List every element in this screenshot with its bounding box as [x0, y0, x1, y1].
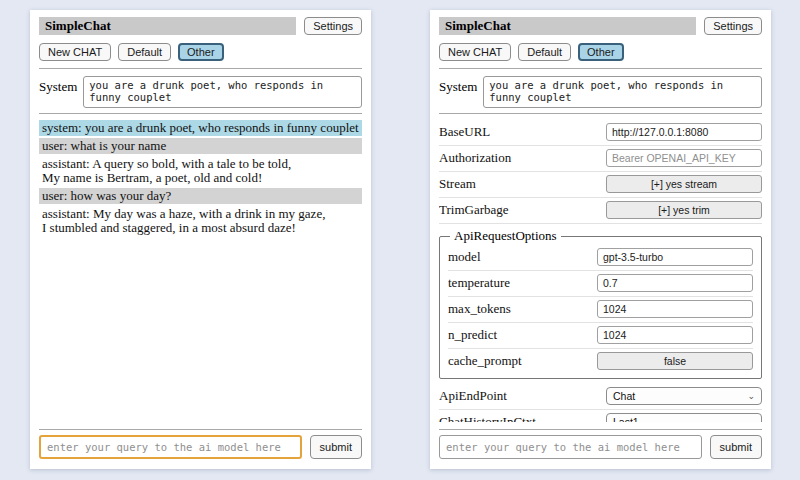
- session-button-default[interactable]: Default: [118, 43, 171, 61]
- setting-row-n-predict: n_predict: [448, 323, 753, 349]
- settings-button[interactable]: Settings: [704, 17, 762, 35]
- setting-row-model: model: [448, 245, 753, 271]
- max-tokens-input[interactable]: [597, 300, 753, 318]
- session-button-other[interactable]: Other: [178, 43, 224, 61]
- query-section: submit: [39, 422, 362, 459]
- apiendpoint-selected-value: Chat: [613, 390, 747, 402]
- temperature-input[interactable]: [597, 274, 753, 292]
- setting-label-stream: Stream: [439, 176, 606, 192]
- settings-button[interactable]: Settings: [304, 17, 362, 35]
- app-title: SimpleChat: [439, 17, 696, 35]
- divider: [439, 113, 762, 114]
- api-request-options-legend: ApiRequestOptions: [450, 228, 561, 244]
- chat-message-list: system: you are a drunk poet, who respon…: [39, 120, 362, 422]
- chevron-down-icon: ⌄: [747, 392, 755, 401]
- api-request-options-fieldset: ApiRequestOptionsmodeltemperaturemax_tok…: [439, 228, 762, 379]
- assistant-message: assistant: My day was a haze, with a dri…: [39, 206, 362, 236]
- setting-label-apiendpoint: ApiEndPoint: [439, 388, 606, 404]
- setting-label-temperature: temperature: [448, 275, 597, 291]
- system-prompt-row: System you are a drunk poet, who respond…: [439, 76, 762, 108]
- setting-row-trimgarbage: TrimGarbage[+] yes trim: [439, 198, 762, 224]
- query-section: submit: [439, 422, 762, 459]
- system-prompt-input[interactable]: you are a drunk poet, who responds in fu…: [83, 76, 362, 108]
- setting-row-chathistoryinctxt: ChatHistoryInCtxtLast1⌄: [439, 410, 762, 422]
- model-input[interactable]: [597, 248, 753, 266]
- submit-button[interactable]: submit: [310, 435, 362, 459]
- system-message: system: you are a drunk poet, who respon…: [39, 120, 362, 136]
- setting-label-n-predict: n_predict: [448, 327, 597, 343]
- setting-label-trimgarbage: TrimGarbage: [439, 202, 606, 218]
- system-prompt-row: System you are a drunk poet, who respond…: [39, 76, 362, 108]
- divider: [39, 113, 362, 114]
- user-message: user: what is your name: [39, 138, 362, 154]
- submit-button[interactable]: submit: [710, 435, 762, 459]
- divider: [439, 429, 762, 430]
- setting-label-cache-prompt: cache_prompt: [448, 353, 597, 369]
- baseurl-input[interactable]: [606, 123, 762, 141]
- settings-form: BaseURLAuthorizationStream[+] yes stream…: [439, 120, 762, 422]
- setting-label-max-tokens: max_tokens: [448, 301, 597, 317]
- titlebar: SimpleChat Settings: [439, 17, 762, 35]
- session-button-row: New CHATDefaultOther: [439, 43, 762, 61]
- authorization-input[interactable]: [606, 149, 762, 167]
- chathistoryinctxt-select[interactable]: Last1⌄: [606, 413, 762, 422]
- system-label: System: [439, 76, 477, 95]
- apiendpoint-select[interactable]: Chat⌄: [606, 387, 762, 405]
- setting-row-authorization: Authorization: [439, 146, 762, 172]
- settings-panel: SimpleChat Settings New CHATDefaultOther…: [430, 10, 771, 469]
- setting-label-baseurl: BaseURL: [439, 124, 606, 140]
- setting-row-stream: Stream[+] yes stream: [439, 172, 762, 198]
- session-button-new-chat[interactable]: New CHAT: [439, 43, 511, 61]
- cache-prompt-toggle-button[interactable]: false: [597, 352, 753, 370]
- setting-row-baseurl: BaseURL: [439, 120, 762, 146]
- setting-row-max-tokens: max_tokens: [448, 297, 753, 323]
- session-button-other[interactable]: Other: [578, 43, 624, 61]
- setting-label-authorization: Authorization: [439, 150, 606, 166]
- divider: [439, 68, 762, 69]
- system-label: System: [39, 76, 77, 95]
- setting-label-chathistoryinctxt: ChatHistoryInCtxt: [439, 414, 606, 422]
- stream-toggle-button[interactable]: [+] yes stream: [606, 175, 762, 193]
- user-message: user: how was your day?: [39, 188, 362, 204]
- query-row: submit: [39, 435, 362, 459]
- titlebar: SimpleChat Settings: [39, 17, 362, 35]
- assistant-message: assistant: A query so bold, with a tale …: [39, 156, 362, 186]
- setting-row-cache-prompt: cache_promptfalse: [448, 349, 753, 374]
- app-title: SimpleChat: [39, 17, 296, 35]
- divider: [39, 68, 362, 69]
- n-predict-input[interactable]: [597, 326, 753, 344]
- setting-label-model: model: [448, 249, 597, 265]
- system-prompt-input[interactable]: you are a drunk poet, who responds in fu…: [483, 76, 762, 108]
- query-row: submit: [439, 435, 762, 459]
- setting-row-apiendpoint: ApiEndPointChat⌄: [439, 384, 762, 410]
- divider: [39, 429, 362, 430]
- session-button-default[interactable]: Default: [518, 43, 571, 61]
- session-button-row: New CHATDefaultOther: [39, 43, 362, 61]
- setting-row-temperature: temperature: [448, 271, 753, 297]
- session-button-new-chat[interactable]: New CHAT: [39, 43, 111, 61]
- query-input[interactable]: [39, 435, 302, 459]
- query-input[interactable]: [439, 435, 702, 459]
- chat-panel: SimpleChat Settings New CHATDefaultOther…: [30, 10, 371, 469]
- trimgarbage-toggle-button[interactable]: [+] yes trim: [606, 201, 762, 219]
